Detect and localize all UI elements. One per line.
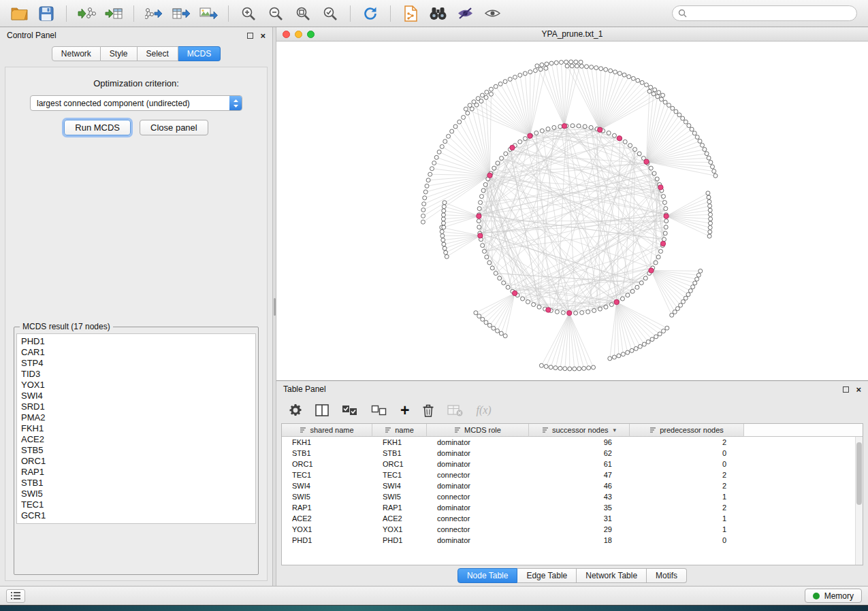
column-visibility-button[interactable] — [315, 404, 329, 416]
apply-layout-button[interactable] — [358, 3, 383, 24]
tab-network-table[interactable]: Network Table — [577, 568, 647, 583]
mcds-result-item[interactable]: ACE2 — [21, 434, 251, 445]
mcds-result-item[interactable]: PHD1 — [21, 336, 251, 347]
search-input[interactable] — [691, 9, 851, 18]
window-zoom-button[interactable] — [307, 31, 315, 38]
table-cell: dominator — [427, 449, 529, 457]
open-file-button[interactable] — [7, 3, 31, 24]
export-table-button[interactable] — [169, 3, 193, 24]
table-row[interactable]: YOX1YOX1connector291 — [282, 524, 863, 535]
float-panel-icon[interactable] — [247, 33, 253, 39]
float-table-panel-icon[interactable] — [843, 386, 849, 393]
mcds-result-item[interactable]: TEC1 — [21, 499, 251, 510]
first-neighbors-button[interactable] — [425, 3, 450, 24]
memory-status-dot — [813, 593, 820, 599]
mcds-result-item[interactable]: STP4 — [21, 358, 251, 369]
zoom-in-button[interactable] — [236, 3, 261, 24]
optimization-criterion-select[interactable]: largest connected component (undirected) — [30, 95, 242, 111]
scrollbar-thumb[interactable] — [856, 442, 862, 505]
select-all-rows-button[interactable] — [342, 405, 358, 416]
table-row[interactable]: FKH1FKH1dominator962 — [282, 437, 863, 448]
deselect-all-rows-button[interactable] — [371, 405, 387, 416]
network-window-titlebar: YPA_prune.txt_1 — [276, 27, 868, 42]
table-row[interactable]: ACE2ACE2connector311 — [282, 513, 863, 524]
table-cell: 96 — [529, 438, 630, 446]
mcds-result-item[interactable]: FKH1 — [21, 423, 251, 434]
table-cell: dominator — [427, 536, 529, 544]
show-all-button[interactable] — [480, 3, 504, 24]
column-type-icon — [385, 427, 391, 433]
mcds-result-item[interactable]: SRD1 — [21, 401, 251, 412]
tab-style[interactable]: Style — [101, 46, 138, 61]
table-row[interactable]: RAP1RAP1dominator352 — [282, 502, 863, 513]
export-table-icon — [172, 6, 191, 21]
table-cell: SWI5 — [282, 493, 372, 501]
tab-node-table[interactable]: Node Table — [457, 568, 518, 583]
table-row[interactable]: SWI4SWI4dominator462 — [282, 480, 863, 491]
tab-network[interactable]: Network — [52, 46, 101, 61]
close-mcds-panel-button[interactable]: Close panel — [140, 120, 208, 135]
import-table-button[interactable] — [101, 3, 126, 24]
mcds-result-item[interactable]: RAP1 — [21, 467, 251, 478]
column-header-name[interactable]: name — [372, 424, 427, 437]
tab-select[interactable]: Select — [138, 46, 178, 61]
mcds-result-item[interactable]: STB1 — [21, 478, 251, 489]
tab-edge-table[interactable]: Edge Table — [517, 568, 577, 583]
clone-network-button[interactable] — [398, 3, 423, 24]
mcds-result-item[interactable]: CAR1 — [21, 347, 251, 358]
table-row[interactable]: PHD1PHD1dominator180 — [282, 535, 863, 546]
mcds-result-item[interactable]: SWI5 — [21, 489, 251, 499]
export-image-button[interactable] — [196, 3, 221, 24]
table-row[interactable]: STB1STB1dominator620 — [282, 448, 863, 459]
zoom-fit-icon — [295, 5, 311, 22]
column-header-shared-name[interactable]: shared name — [282, 424, 372, 437]
mcds-result-item[interactable]: PMA2 — [21, 412, 251, 423]
column-header-successor-nodes[interactable]: successor nodes ▾ — [529, 424, 630, 437]
optimization-criterion-label: Optimization criterion: — [5, 78, 267, 88]
table-row[interactable]: TEC1TEC1connector472 — [282, 469, 863, 480]
table-cell: 1 — [630, 525, 744, 533]
columns-icon — [315, 404, 329, 416]
function-builder-button[interactable]: f(x) — [476, 404, 491, 416]
create-column-button[interactable]: + — [400, 403, 409, 418]
window-close-button[interactable] — [283, 31, 290, 38]
export-network-button[interactable] — [142, 3, 166, 24]
mcds-result-item[interactable]: SWI4 — [21, 391, 251, 401]
close-table-panel-icon[interactable]: × — [856, 385, 861, 394]
import-network-button[interactable] — [74, 3, 99, 24]
mcds-result-list[interactable]: PHD1CAR1STP4TID3YOX1SWI4SRD1PMA2FKH1ACE2… — [16, 333, 256, 524]
table-cell: 31 — [529, 514, 630, 523]
network-canvas[interactable] — [276, 42, 868, 380]
zoom-out-button[interactable] — [263, 3, 288, 24]
tab-mcds[interactable]: MCDS — [178, 46, 221, 61]
mcds-result-item[interactable]: ORC1 — [21, 456, 251, 467]
divider-handle-icon[interactable] — [274, 298, 276, 316]
zoom-fit-button[interactable] — [291, 3, 315, 24]
column-header-mcds-role[interactable]: MCDS role — [427, 424, 529, 437]
window-minimize-button[interactable] — [295, 31, 302, 38]
mcds-result-item[interactable]: GCR1 — [21, 510, 251, 521]
column-header-predecessor-nodes[interactable]: predecessor nodes — [630, 424, 744, 437]
delete-table-button[interactable] — [447, 405, 463, 416]
table-row[interactable]: SWI5SWI5connector431 — [282, 491, 863, 502]
run-mcds-button[interactable]: Run MCDS — [64, 120, 131, 135]
table-mode-gear-button[interactable] — [289, 403, 302, 417]
gear-icon — [289, 403, 302, 417]
status-menu-button[interactable] — [6, 589, 25, 603]
hide-selected-button[interactable] — [453, 3, 477, 24]
mcds-result-item[interactable]: STB5 — [21, 445, 251, 456]
table-row[interactable]: ORC1ORC1dominator610 — [282, 459, 863, 469]
mcds-result-item[interactable]: YOX1 — [21, 380, 251, 391]
save-session-button[interactable] — [34, 3, 59, 24]
delete-column-button[interactable] — [422, 403, 434, 417]
panel-divider[interactable] — [272, 27, 276, 586]
table-cell: 43 — [529, 493, 630, 501]
mcds-result-item[interactable]: TID3 — [21, 369, 251, 380]
column-type-icon — [649, 427, 656, 433]
search-box[interactable] — [672, 5, 857, 21]
memory-button[interactable]: Memory — [805, 589, 862, 603]
close-panel-icon[interactable]: × — [260, 31, 266, 40]
tab-motifs[interactable]: Motifs — [647, 568, 687, 583]
table-scrollbar[interactable] — [855, 437, 863, 565]
zoom-selected-button[interactable] — [318, 3, 342, 24]
